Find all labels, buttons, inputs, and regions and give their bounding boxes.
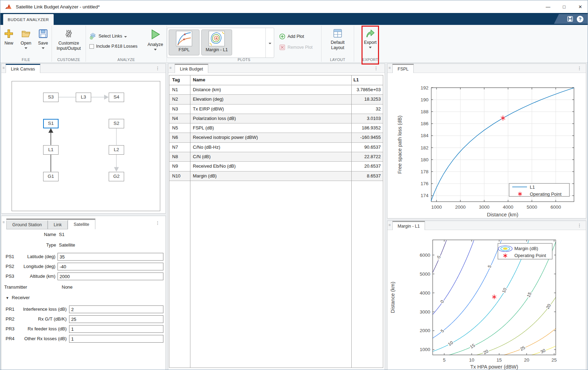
customize-io-button[interactable]: CustomizeInput/Output [57, 27, 81, 62]
kebab-icon[interactable]: ⋮ [577, 222, 582, 228]
remove-plot-icon [279, 44, 285, 51]
tab-budget-analyzer[interactable]: BUDGET ANALYZER [3, 14, 54, 25]
table-header-row: TagNameL1 [169, 75, 383, 85]
select-links-layers-icon [89, 33, 96, 40]
triangle-down-icon: ▼ [6, 296, 9, 300]
table-row[interactable]: N10Margin (dB)8.6537 [169, 171, 383, 181]
p618-checkbox[interactable] [89, 44, 94, 49]
cell-name: C/N (dB) [190, 152, 351, 161]
table-row[interactable]: N7C/No (dB-Hz)90.6537 [169, 143, 383, 152]
kebab-icon[interactable]: ⋮ [577, 65, 582, 71]
canvas-node-s4[interactable]: S4 [109, 93, 124, 102]
help-icon[interactable]: ? [577, 16, 583, 22]
remove-plot-button: Remove Plot [279, 44, 313, 51]
table-row[interactable]: N8C/N (dB)22.8722 [169, 152, 383, 162]
add-plot-button[interactable]: Add Plot [279, 33, 313, 40]
gallery-item-margin-l1[interactable]: Margin - L1 [201, 29, 232, 55]
export-caret-icon[interactable] [369, 47, 372, 48]
quick-save-icon[interactable] [567, 16, 573, 22]
canvas-node-s1[interactable]: S1 [43, 119, 59, 128]
cell-value: -160.9455 [351, 133, 383, 142]
table-row[interactable]: N9Received Eb/No (dB)20.6537 [169, 162, 383, 171]
canvas-node-l1[interactable]: L1 [43, 145, 59, 155]
input-pr3[interactable] [69, 325, 163, 333]
gallery-dropdown[interactable] [265, 28, 274, 58]
input-ps3[interactable] [58, 273, 163, 280]
static-value: S1 [59, 232, 65, 237]
table-row[interactable]: N2Elevation (deg)18.3253 [169, 95, 383, 104]
contour-label: 20 [482, 349, 489, 355]
panel-grip-icon[interactable]: ≡ [388, 66, 391, 70]
section-label-customize: CUSTOMIZE [52, 58, 86, 62]
table-row[interactable]: N5FSPL (dB)186.9352 [169, 123, 383, 133]
x-tick-label: 5 [443, 357, 446, 363]
param-tag: PR4 [6, 336, 14, 341]
y-axis-label: Free space path loss (dB) [397, 115, 403, 174]
input-pr4[interactable] [69, 335, 163, 343]
tab-margin-l1[interactable]: Margin - L1 [392, 221, 425, 230]
group-plots: FSPL Margin - L1 [167, 25, 321, 62]
param-label: Altitude (km) [30, 274, 55, 279]
x-tick-label: 5000 [527, 204, 537, 210]
panel-grip-icon[interactable]: ≡ [388, 223, 391, 227]
link-canvas-area[interactable]: S3L3S4S1S2L1L2G1G2 [12, 81, 160, 211]
input-pr1[interactable] [69, 305, 163, 313]
green-export-arrow-icon [365, 28, 376, 38]
cell-value: 32 [351, 105, 383, 114]
y-tick-label: 190 [420, 97, 428, 102]
x-tick-label: 2000 [455, 204, 466, 210]
include-p618-checkbox-row[interactable]: Include P.618 Losses [89, 44, 144, 49]
cell-tag: N1 [169, 85, 190, 94]
maximize-button[interactable]: □ [556, 0, 572, 13]
panel-grip-icon[interactable]: ≡ [169, 66, 171, 70]
contour-label: 5 [487, 264, 493, 269]
gallery-item-fspl[interactable]: FSPL [169, 29, 200, 55]
canvas-node-g2[interactable]: G2 [109, 172, 124, 181]
quick-access-toolbar: ? [554, 14, 588, 24]
link-budget-table[interactable]: TagNameL1N1Distance (km)3.7865e+03N2Elev… [169, 75, 383, 368]
cell-tag: N3 [169, 105, 190, 114]
app-window: Satellite Link Budget Analyzer - untitle… [0, 0, 588, 370]
panel-grip-icon[interactable]: ≡ [2, 66, 5, 70]
select-links-button[interactable]: Select Links [89, 33, 144, 40]
close-button[interactable]: ✕ [572, 0, 588, 13]
open-button[interactable]: Open [21, 27, 32, 62]
input-ps1[interactable] [58, 253, 163, 261]
canvas-node-g1[interactable]: G1 [43, 172, 59, 181]
canvas-node-s3[interactable]: S3 [43, 93, 59, 102]
select-links-caret-icon [124, 36, 127, 38]
tab-link-canvas[interactable]: Link Canvas [6, 64, 40, 73]
table-row[interactable]: N6Received isotropic power (dBW)-160.945… [169, 133, 383, 142]
y-tick-label: 188 [420, 109, 428, 114]
cell-name: C/No (dB-Hz) [190, 143, 351, 152]
legend-entry: Operating Point [514, 253, 546, 258]
col-header-name[interactable]: Name [190, 75, 351, 85]
x-axis-label: Distance (km) [487, 212, 518, 217]
minimize-button[interactable]: — [540, 0, 556, 13]
input-ps2[interactable] [58, 263, 163, 270]
y-tick-label: 180 [420, 157, 428, 162]
tab-link-budget[interactable]: Link Budget [175, 64, 208, 73]
save-button[interactable]: Save [38, 27, 48, 62]
col-header-tag[interactable]: Tag [169, 75, 190, 85]
table-row[interactable]: N3Tx EIRP (dBW)32 [169, 105, 383, 114]
table-row[interactable]: N4Polarization loss (dB)3.0103 [169, 114, 383, 123]
save-caret-icon[interactable] [42, 47, 45, 49]
export-button[interactable]: Export [364, 27, 377, 62]
cell-tag: N8 [169, 152, 190, 161]
tab-fspl[interactable]: FSPL [392, 64, 414, 73]
canvas-node-l2[interactable]: L2 [109, 145, 124, 155]
receiver-section-toggle[interactable]: ▼ Receiver [6, 295, 30, 300]
kebab-icon[interactable]: ⋮ [374, 65, 378, 71]
open-caret-icon[interactable] [25, 47, 27, 49]
canvas-node-l3[interactable]: L3 [76, 93, 91, 102]
col-header-l1[interactable]: L1 [351, 75, 383, 85]
kebab-icon[interactable]: ⋮ [155, 65, 160, 71]
default-layout-button[interactable]: DefaultLayout [331, 27, 345, 62]
canvas-node-s2[interactable]: S2 [109, 119, 124, 128]
table-row[interactable]: N1Distance (km)3.7865e+03 [169, 85, 383, 95]
new-button[interactable]: New [4, 27, 14, 62]
input-pr2[interactable] [69, 315, 163, 323]
analyze-button[interactable]: Analyze [144, 27, 167, 62]
analyze-caret-icon[interactable] [154, 49, 157, 51]
